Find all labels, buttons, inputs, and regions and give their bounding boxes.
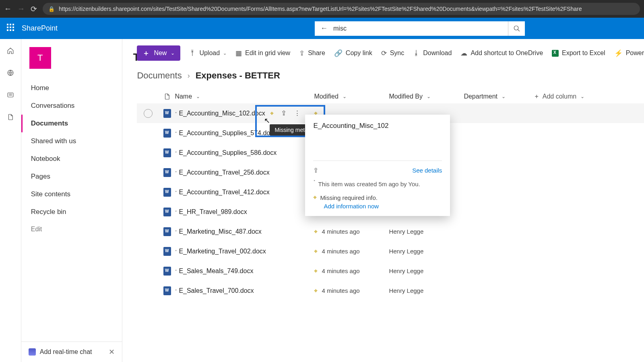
- nav-home[interactable]: Home: [21, 79, 122, 97]
- nav-shared[interactable]: Shared with us: [21, 132, 122, 150]
- warning-icon: ⌖: [313, 194, 317, 201]
- copylink-button[interactable]: 🔗Copy link: [334, 49, 372, 58]
- warning-icon[interactable]: ⌖: [314, 228, 318, 235]
- word-doc-icon: [163, 227, 171, 236]
- grid-icon: ▦: [235, 49, 242, 58]
- site-logo[interactable]: T: [29, 47, 51, 69]
- warning-icon[interactable]: ⌖: [270, 110, 274, 117]
- address-bar[interactable]: 🔒 https://citizenbuilders.sharepoint.com…: [43, 3, 640, 15]
- close-icon[interactable]: ✕: [109, 348, 115, 356]
- suite-header: SharePoint ←: [0, 18, 644, 39]
- files-icon[interactable]: [7, 113, 14, 123]
- word-doc-icon: [163, 286, 171, 295]
- modified-text: 4 minutes ago: [322, 287, 359, 294]
- search-button[interactable]: [508, 21, 525, 36]
- nav-contents[interactable]: Site contents: [21, 185, 122, 203]
- chevron-down-icon: ⌄: [580, 94, 584, 99]
- nav-conversations[interactable]: Conversations: [21, 97, 122, 115]
- see-details-link[interactable]: See details: [412, 167, 442, 174]
- breadcrumb-root[interactable]: Documents: [137, 70, 182, 81]
- sync-button[interactable]: ⟳Sync: [381, 49, 405, 58]
- warning-icon[interactable]: ⌖: [314, 287, 318, 294]
- file-name[interactable]: ⋆E_Accounting_Supplies_574.docx: [175, 130, 277, 137]
- file-name[interactable]: ⋆E_Marketing_Travel_002.docx: [175, 248, 266, 255]
- search-box[interactable]: ←: [315, 21, 508, 36]
- col-department[interactable]: Department⌄: [464, 93, 535, 100]
- modified-by-text[interactable]: Henry Legge: [389, 287, 423, 294]
- svg-rect-5: [12, 27, 14, 28]
- file-name[interactable]: ⋆E_Accounting_Travel_256.docx: [175, 169, 269, 176]
- search-back-icon[interactable]: ←: [320, 24, 328, 33]
- app-rail: [0, 39, 21, 362]
- news-icon[interactable]: [7, 91, 14, 101]
- nav-notebook[interactable]: Notebook: [21, 150, 122, 168]
- word-doc-icon: [163, 168, 171, 177]
- modified-by-text[interactable]: Henry Legge: [389, 228, 423, 235]
- home-icon[interactable]: [7, 47, 14, 56]
- sync-icon: ⟳: [381, 49, 387, 58]
- select-circle[interactable]: [144, 109, 153, 118]
- nav-recycle[interactable]: Recycle bin: [21, 203, 122, 221]
- file-name[interactable]: ⋆E_Accounting_Supplies_586.docx: [175, 149, 277, 156]
- teams-icon: [29, 348, 36, 356]
- warning-icon[interactable]: ⌖: [314, 248, 318, 255]
- export-excel-button[interactable]: Export to Excel: [552, 49, 605, 57]
- table-row[interactable]: ⋆E_Sales_Travel_700.docx⌖4 minutes agoHe…: [137, 281, 644, 300]
- file-name[interactable]: ⋆E_Sales_Meals_749.docx: [175, 267, 253, 275]
- col-modified-by[interactable]: Modified By⌄: [389, 93, 464, 100]
- power-button[interactable]: ⚡Power: [614, 49, 644, 58]
- file-name[interactable]: ⋆E_HR_Travel_989.docx: [175, 208, 247, 216]
- globe-icon[interactable]: [7, 69, 14, 78]
- word-doc-icon: [163, 129, 171, 138]
- more-icon[interactable]: ⋮: [294, 109, 301, 117]
- power-icon: ⚡: [614, 49, 623, 58]
- table-row[interactable]: ⋆E_Sales_Meals_749.docx⌖4 minutes agoHen…: [137, 261, 644, 281]
- modified-by-text[interactable]: Henry Legge: [389, 248, 423, 255]
- new-indicator-icon: ⋆: [175, 130, 177, 134]
- nav-pages[interactable]: Pages: [21, 168, 122, 185]
- forward-icon: →: [17, 4, 25, 13]
- file-type-icon: [159, 93, 175, 100]
- realtime-chat-bar[interactable]: Add real-time chat ✕: [21, 341, 122, 362]
- col-modified[interactable]: Modified⌄: [314, 93, 389, 100]
- add-column-button[interactable]: +Add column⌄: [535, 93, 584, 100]
- modified-by-text[interactable]: Henry Legge: [389, 267, 423, 274]
- svg-rect-7: [10, 29, 11, 31]
- share-icon[interactable]: ⇪: [313, 167, 318, 174]
- modified-text: 4 minutes ago: [322, 267, 359, 274]
- new-indicator-icon: ⋆: [175, 150, 177, 154]
- url-text: https://citizenbuilders.sharepoint.com/s…: [59, 6, 582, 12]
- download-icon: ⭳: [413, 49, 420, 57]
- warning-icon[interactable]: ⌖: [314, 267, 318, 275]
- file-name[interactable]: ⋆E_Marketing_Misc_487.docx: [175, 228, 261, 235]
- content: ＋ New ⌄ ⭱Upload⌄ ▦Edit in grid view ⇪Sha…: [122, 39, 644, 362]
- shortcut-button[interactable]: ☁Add shortcut to OneDrive: [460, 49, 543, 58]
- hovercard-title: E_Accounting_Misc_102: [313, 122, 388, 130]
- table-row[interactable]: ⋆E_Marketing_Misc_487.docx⌖4 minutes ago…: [137, 222, 644, 241]
- nav-documents[interactable]: Documents: [21, 115, 122, 132]
- reload-icon[interactable]: ⟳: [31, 4, 37, 14]
- waffle-icon[interactable]: [6, 23, 14, 33]
- share-button[interactable]: ⇪Share: [299, 49, 325, 58]
- new-button[interactable]: ＋ New ⌄: [137, 45, 180, 61]
- chevron-down-icon: ⌄: [223, 51, 227, 56]
- add-info-link[interactable]: Add information now: [324, 203, 442, 210]
- share-icon[interactable]: ⇪: [281, 109, 287, 117]
- upload-button[interactable]: ⭱Upload⌄: [189, 49, 227, 57]
- back-icon[interactable]: ←: [4, 4, 12, 13]
- download-button[interactable]: ⭳Download: [413, 49, 452, 57]
- app-name[interactable]: SharePoint: [22, 24, 58, 33]
- nav-edit[interactable]: Edit: [21, 221, 122, 238]
- file-name[interactable]: ⋆E_Sales_Travel_700.docx: [175, 287, 254, 294]
- search-input[interactable]: [333, 25, 502, 32]
- svg-point-9: [514, 26, 518, 30]
- col-name[interactable]: Name⌄: [175, 93, 314, 100]
- grid-view-button[interactable]: ▦Edit in grid view: [235, 49, 290, 58]
- new-indicator-icon: ⋆: [175, 209, 177, 213]
- file-name[interactable]: ⋆E_Accounting_Travel_412.docx: [175, 189, 269, 196]
- word-doc-icon: [163, 148, 171, 157]
- table-row[interactable]: ⋆E_Marketing_Travel_002.docx⌖4 minutes a…: [137, 241, 644, 261]
- file-name[interactable]: ⋆E_Accounting_Misc_102.docx: [175, 110, 265, 117]
- svg-rect-0: [7, 24, 8, 25]
- new-indicator-icon: ⋆: [175, 110, 177, 115]
